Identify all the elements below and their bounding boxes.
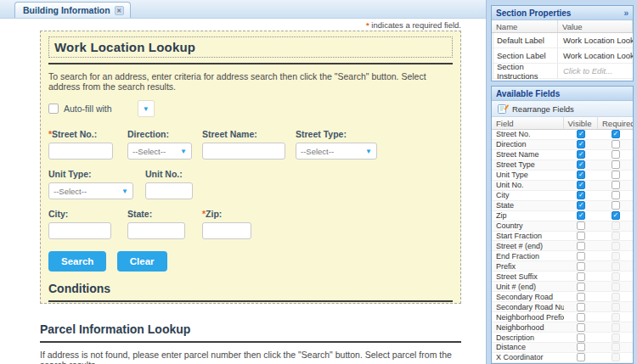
field-label: Street # (end) (492, 242, 564, 250)
search-button[interactable]: Search (48, 251, 106, 272)
field-label: Street Type (492, 160, 564, 169)
clear-button[interactable]: Clear (117, 251, 167, 272)
unit-no-label: Unit No.: (145, 169, 205, 179)
zip-cell: *Zip: (202, 209, 262, 239)
street-type-select[interactable]: --Select--▼ (296, 143, 377, 160)
divider (48, 300, 453, 302)
required-checkbox (612, 333, 620, 342)
required-cell (599, 313, 634, 322)
property-row: Default LabelWork Location Lookup (492, 33, 633, 48)
section-title[interactable]: Work Location Lookup (48, 36, 453, 58)
property-value[interactable]: Work Location Lookup (558, 51, 633, 60)
close-icon[interactable]: ✕ (115, 6, 124, 15)
required-checkbox[interactable]: ✓ (612, 211, 620, 220)
required-checkbox[interactable] (612, 160, 620, 169)
required-checkbox (612, 323, 620, 332)
required-checkbox[interactable] (612, 140, 620, 148)
visible-cell (564, 343, 599, 351)
visible-checkbox[interactable] (577, 323, 585, 332)
state-input[interactable] (127, 222, 185, 239)
required-checkbox (612, 272, 620, 281)
field-row: Street # (end) (492, 241, 633, 251)
field-row: Unit No.✓ (492, 181, 633, 191)
visible-checkbox[interactable] (577, 333, 585, 342)
available-fields-rows: Street No.✓✓Direction✓Street Name✓Street… (492, 130, 633, 363)
visible-checkbox[interactable] (577, 303, 585, 311)
visible-checkbox[interactable] (577, 283, 585, 291)
required-checkbox (612, 221, 620, 230)
visible-checkbox[interactable] (577, 353, 585, 361)
street-type-cell: Street Type: --Select--▼ (296, 129, 381, 160)
visible-checkbox[interactable]: ✓ (577, 160, 585, 169)
visible-cell (564, 353, 599, 361)
required-cell (599, 232, 634, 240)
required-cell (599, 333, 634, 342)
visible-checkbox[interactable] (577, 313, 585, 322)
visible-checkbox[interactable] (577, 242, 585, 250)
visible-checkbox[interactable]: ✓ (577, 130, 585, 138)
visible-cell (564, 303, 599, 311)
field-label: Distance (492, 343, 564, 351)
visible-checkbox[interactable]: ✓ (577, 191, 585, 199)
visible-checkbox[interactable]: ✓ (577, 211, 585, 220)
property-value[interactable]: Click to Edit... (558, 66, 633, 76)
unit-type-select[interactable]: --Select--▼ (48, 182, 133, 199)
required-checkbox[interactable] (612, 150, 620, 159)
field-label: Zip (492, 211, 564, 220)
parcel-section[interactable]: Parcel Information Lookup If address is … (40, 322, 461, 364)
visible-checkbox[interactable] (577, 232, 585, 240)
required-checkbox[interactable] (612, 191, 620, 199)
visible-cell: ✓ (564, 191, 599, 199)
required-checkbox[interactable]: ✓ (612, 130, 620, 138)
visible-checkbox[interactable]: ✓ (577, 171, 585, 179)
required-cell (599, 150, 634, 159)
visible-checkbox[interactable] (577, 252, 585, 260)
field-label: Street No. (492, 130, 564, 138)
city-input[interactable] (48, 222, 111, 239)
visible-checkbox[interactable] (577, 343, 585, 351)
required-checkbox (612, 262, 620, 271)
field-label: Unit # (end) (492, 283, 564, 291)
street-no-input[interactable] (48, 143, 113, 160)
visible-checkbox[interactable] (577, 272, 585, 281)
field-row: Street No.✓✓ (492, 130, 633, 140)
visible-cell: ✓ (564, 201, 599, 210)
field-label: Unit Type (492, 171, 564, 179)
visible-checkbox[interactable]: ✓ (577, 201, 585, 210)
required-checkbox[interactable] (612, 181, 620, 189)
visible-checkbox[interactable] (577, 221, 585, 230)
zip-input[interactable] (202, 222, 251, 239)
visible-checkbox[interactable]: ✓ (577, 150, 585, 159)
collapse-panel-icon[interactable]: » (623, 8, 629, 18)
autofill-dropdown[interactable]: ▼ (138, 100, 155, 117)
visible-checkbox[interactable] (577, 262, 585, 271)
rearrange-fields-button[interactable]: Rearrange Fields (494, 103, 578, 115)
required-cell (599, 303, 634, 311)
unit-no-input[interactable] (145, 182, 193, 199)
required-checkbox[interactable] (612, 171, 620, 179)
work-location-section[interactable]: Work Location Lookup To search for an ad… (40, 31, 461, 304)
required-cell (599, 221, 634, 230)
street-name-input[interactable] (202, 143, 285, 160)
property-row: Section InstructionsClick to Edit... (492, 64, 633, 79)
column-name: Name (492, 20, 558, 32)
chevron-down-icon: ▼ (365, 148, 372, 155)
direction-select[interactable]: --Select--▼ (127, 143, 192, 160)
visible-cell (564, 262, 599, 271)
field-label: Secondary Road (492, 293, 564, 301)
visible-checkbox[interactable] (577, 293, 585, 301)
tab-bar: Building Information ✕ (0, 0, 486, 19)
chevron-down-icon: ▼ (121, 188, 128, 195)
visible-checkbox[interactable]: ✓ (577, 181, 585, 189)
autofill-checkbox[interactable] (48, 104, 59, 114)
field-label: Direction (492, 140, 564, 148)
property-name: Default Label (492, 33, 558, 48)
required-checkbox[interactable] (612, 201, 620, 210)
property-value[interactable]: Work Location Lookup (558, 36, 633, 45)
field-row: City✓ (492, 191, 633, 201)
visible-checkbox[interactable]: ✓ (577, 140, 585, 148)
zip-label: *Zip: (202, 209, 262, 219)
tab-building-information[interactable]: Building Information ✕ (14, 2, 131, 18)
visible-cell (564, 333, 599, 342)
visible-cell: ✓ (564, 160, 599, 169)
